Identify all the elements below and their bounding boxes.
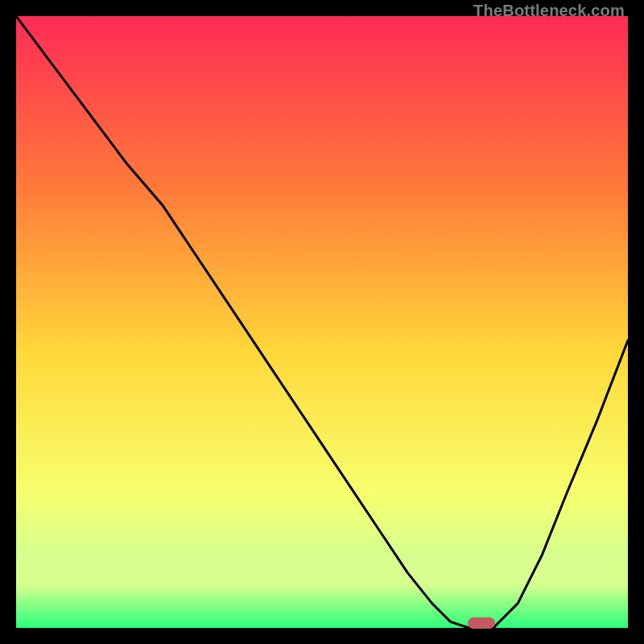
watermark-text: TheBottleneck.com — [473, 2, 625, 20]
sweet-spot-marker — [468, 617, 495, 629]
chart-frame — [16, 16, 628, 628]
bottleneck-chart — [16, 16, 628, 628]
gradient-background — [16, 16, 628, 628]
